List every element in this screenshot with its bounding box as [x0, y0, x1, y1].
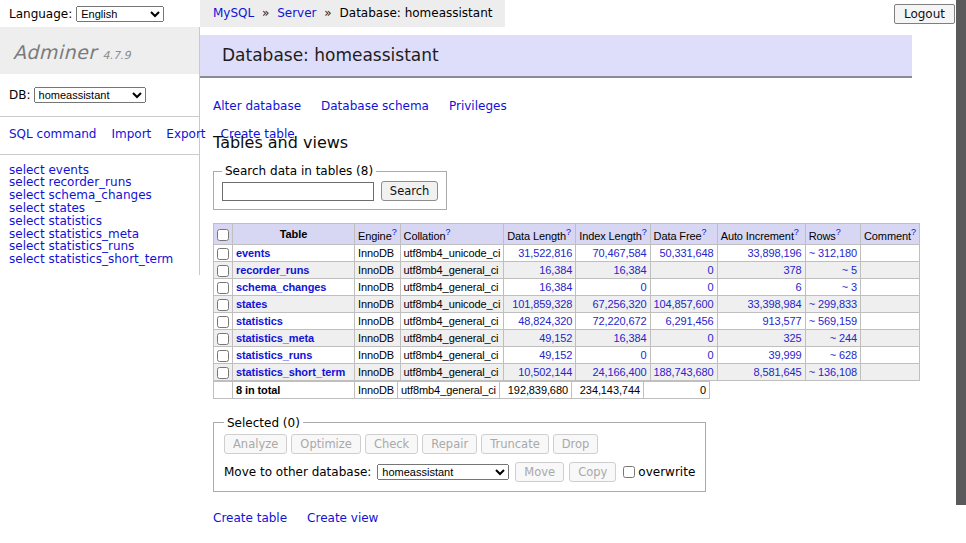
column-header-data-length: Data Length?: [504, 224, 576, 245]
search-button[interactable]: Search: [381, 181, 439, 201]
db-select[interactable]: homeassistant: [34, 87, 146, 103]
row-checkbox[interactable]: [217, 248, 229, 260]
column-help-link[interactable]: ?: [566, 227, 571, 237]
column-help-link[interactable]: ?: [836, 227, 841, 237]
table-link[interactable]: statistics: [236, 315, 283, 327]
column-header-table: Table: [233, 224, 355, 245]
action-link-privileges[interactable]: Privileges: [449, 99, 507, 113]
row-checkbox[interactable]: [217, 282, 229, 294]
overwrite-label: overwrite: [638, 465, 695, 479]
column-help-link[interactable]: ?: [702, 227, 707, 237]
row-checkbox[interactable]: [217, 350, 229, 362]
total-row: 8 in total InnoDB utf8mb4_general_ci 192…: [214, 381, 710, 398]
analyze-button[interactable]: Analyze: [224, 434, 287, 454]
repair-button[interactable]: Repair: [422, 434, 477, 454]
sidebar-link-sql-command[interactable]: SQL command: [9, 127, 96, 141]
breadcrumb-item[interactable]: Server: [277, 6, 316, 20]
column-help-link[interactable]: ?: [794, 227, 799, 237]
rows-estimate-cell: ~ 628: [805, 346, 860, 363]
overwrite-option[interactable]: overwrite: [623, 465, 695, 479]
link-create-table[interactable]: Create table: [213, 511, 287, 525]
content-body: Alter databaseDatabase schemaPrivileges …: [200, 99, 956, 543]
table-link[interactable]: schema_changes: [236, 281, 326, 293]
drop-button[interactable]: Drop: [553, 434, 599, 454]
search-input[interactable]: [222, 182, 374, 201]
rows-estimate-cell: ~ 312,180: [805, 244, 860, 261]
sidebar-link-import[interactable]: Import: [111, 127, 151, 141]
comment-cell: [860, 295, 919, 312]
app-version: 4.7.9: [103, 49, 131, 62]
row-checkbox[interactable]: [217, 367, 229, 379]
row-checkbox-cell: [214, 278, 233, 295]
language-select[interactable]: English: [76, 6, 164, 22]
data-length-cell: 49,152: [504, 346, 576, 363]
index-length-cell: 0: [576, 278, 650, 295]
action-link-database-schema[interactable]: Database schema: [321, 99, 429, 113]
collation-cell: utf8mb4_general_ci: [400, 363, 504, 380]
move-buttons: MoveCopy: [515, 462, 621, 482]
row-checkbox[interactable]: [217, 316, 229, 328]
row-checkbox[interactable]: [217, 299, 229, 311]
total-empty-cell: [214, 381, 233, 398]
page-title: Database: homeassistant: [200, 35, 912, 78]
total-label: 8 in total: [233, 381, 355, 398]
search-fieldset: Search data in tables (8) Search: [213, 164, 447, 210]
index-length-cell: 24,166,400: [576, 363, 650, 380]
table-name-cell: statistics_runs: [233, 346, 355, 363]
engine-cell: InnoDB: [355, 363, 401, 380]
table-link[interactable]: events: [236, 247, 270, 259]
column-help-link[interactable]: ?: [911, 227, 916, 237]
table-row: eventsInnoDButf8mb4_unicode_ci31,522,816…: [214, 244, 920, 261]
row-checkbox[interactable]: [217, 265, 229, 277]
column-help-link[interactable]: ?: [445, 227, 450, 237]
scrollbar-thumb[interactable]: [956, 0, 966, 505]
sidebar-item-select-states[interactable]: select states: [9, 202, 190, 215]
engine-cell: InnoDB: [355, 346, 401, 363]
table-link[interactable]: statistics_runs: [236, 349, 312, 361]
overwrite-checkbox[interactable]: [623, 466, 635, 478]
table-header-row: TableEngine?Collation?Data Length?Index …: [214, 224, 920, 245]
sidebar-item-select-statistics[interactable]: select statistics: [9, 215, 190, 228]
table-link[interactable]: statistics_short_term: [236, 366, 345, 378]
row-checkbox-cell: [214, 329, 233, 346]
check-button[interactable]: Check: [365, 434, 418, 454]
rows-estimate-cell: ~ 3: [805, 278, 860, 295]
row-checkbox-cell: [214, 295, 233, 312]
truncate-button[interactable]: Truncate: [481, 434, 549, 454]
select-all-checkbox[interactable]: [217, 229, 229, 241]
total-data-free: 0: [643, 381, 709, 398]
table-row: statesInnoDButf8mb4_unicode_ci101,859,32…: [214, 295, 920, 312]
collation-cell: utf8mb4_general_ci: [400, 329, 504, 346]
copy-button[interactable]: Copy: [569, 462, 616, 482]
table-name-cell: states: [233, 295, 355, 312]
content: MySQL » Server » Database: homeassistant…: [200, 0, 956, 543]
move-button[interactable]: Move: [515, 462, 564, 482]
table-link[interactable]: statistics_meta: [236, 332, 314, 344]
db-label: DB:: [9, 88, 31, 102]
optimize-button[interactable]: Optimize: [291, 434, 361, 454]
column-help-link[interactable]: ?: [392, 227, 397, 237]
comment-cell: [860, 329, 919, 346]
data-length-cell: 16,384: [504, 261, 576, 278]
index-length-cell: 16,384: [576, 329, 650, 346]
logout-button[interactable]: Logout: [894, 4, 955, 24]
sidebar-item-select-statistics_short_term[interactable]: select statistics_short_term: [9, 253, 190, 266]
row-checkbox[interactable]: [217, 333, 229, 345]
table-link[interactable]: recorder_runs: [236, 264, 309, 276]
data-length-cell: 16,384: [504, 278, 576, 295]
language-bar: Language:English: [0, 0, 200, 27]
index-length-cell: 16,384: [576, 261, 650, 278]
totals-table: 8 in total InnoDB utf8mb4_general_ci 192…: [213, 381, 710, 399]
action-link-alter-database[interactable]: Alter database: [213, 99, 301, 113]
column-header-engine: Engine?: [355, 224, 401, 245]
data-free-cell: 0: [650, 278, 717, 295]
breadcrumb-item[interactable]: MySQL: [213, 6, 254, 20]
move-db-select[interactable]: homeassistant: [377, 464, 509, 480]
row-checkbox-cell: [214, 244, 233, 261]
link-create-view[interactable]: Create view: [307, 511, 378, 525]
scrollbar-track[interactable]: [956, 0, 966, 543]
column-help-link[interactable]: ?: [642, 227, 647, 237]
table-link[interactable]: states: [236, 298, 267, 310]
breadcrumb: MySQL » Server » Database: homeassistant: [200, 0, 505, 27]
column-header-rows: Rows?: [805, 224, 860, 245]
